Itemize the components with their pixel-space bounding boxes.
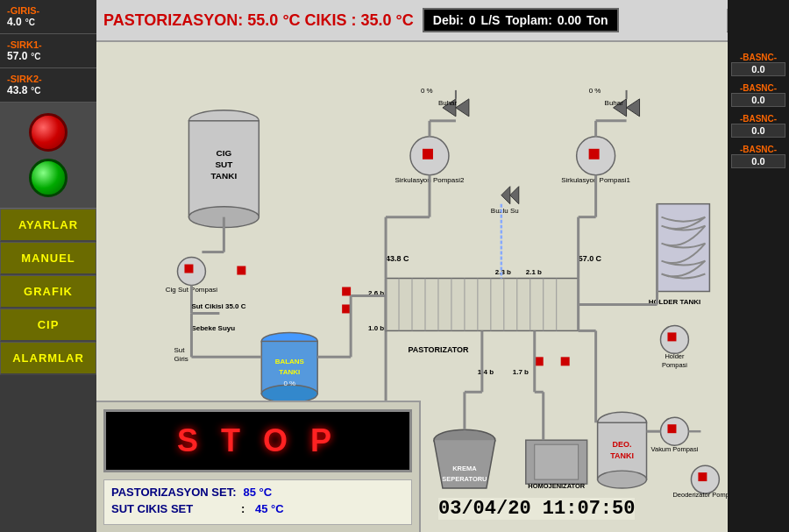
svg-rect-100 <box>698 472 707 481</box>
svg-point-93 <box>598 471 647 488</box>
svg-text:PASTORIZATOR: PASTORIZATOR <box>408 345 469 354</box>
alarmlar-button[interactable]: ALARMLAR <box>0 342 96 375</box>
ayarlar-button[interactable]: AYARLAR <box>0 209 96 242</box>
cip-button[interactable]: CIP <box>0 309 96 342</box>
sut-cikis-set-value: 45 °C <box>255 502 284 515</box>
svg-text:1.7 b: 1.7 b <box>513 368 529 376</box>
control-circles <box>0 103 96 209</box>
main-diagram: CIG SUT TANKI Cig Sut Pompasi Sut Cikisi… <box>96 42 728 532</box>
pastorizasyon-set-row: PASTORIZASYON SET: 85 °C <box>111 486 404 499</box>
svg-text:DEO.: DEO. <box>613 440 632 449</box>
sut-cikis-set-row: SUT CIKIS SET : 45 °C <box>111 502 404 515</box>
right-sidebar: -BASNC- 0.0 -BASNC- 0.0 -BASNC- 0.0 -BAS… <box>728 0 789 532</box>
pastorizasyon-set-value: 85 °C <box>244 486 273 499</box>
sirk2-label: -SIRK2- <box>7 74 89 84</box>
svg-text:Sebeke Suyu: Sebeke Suyu <box>191 324 235 332</box>
sirk1-value: 57.0 °C <box>7 50 89 62</box>
svg-rect-63 <box>589 149 600 160</box>
giris-sensor-panel: -GIRIS- 4.0 °C <box>0 0 96 34</box>
svg-text:0 %: 0 % <box>421 87 433 95</box>
svg-text:Giris: Giris <box>174 355 188 363</box>
basnc-3: -BASNC- 0.0 <box>731 114 785 138</box>
set-values-panel: PASTORIZASYON SET: 85 °C SUT CIKIS SET :… <box>103 479 412 525</box>
svg-text:1.0 b: 1.0 b <box>368 324 384 332</box>
debi-display: Debi: 0 L/S Toplam: 0.00 Ton <box>423 8 619 32</box>
svg-text:0 %: 0 % <box>589 87 601 95</box>
svg-rect-55 <box>423 149 433 160</box>
svg-text:0 %: 0 % <box>283 379 295 387</box>
svg-text:HOMOJENIZATOR: HOMOJENIZATOR <box>528 482 585 490</box>
svg-text:KREMA: KREMA <box>452 465 477 472</box>
manuel-button[interactable]: MANUEL <box>0 242 96 275</box>
sirk1-label: -SIRK1- <box>7 39 89 50</box>
datetime-display: 03/04/20 11:07:50 <box>438 498 635 520</box>
svg-text:SEPERATORU: SEPERATORU <box>442 475 487 483</box>
grafik-button[interactable]: GRAFIK <box>0 275 96 309</box>
svg-rect-112 <box>561 357 570 365</box>
svg-text:Buhar: Buhar <box>605 99 624 107</box>
svg-rect-86 <box>667 332 676 341</box>
svg-text:SUT: SUT <box>215 160 232 169</box>
svg-text:2.3 b: 2.3 b <box>495 268 511 276</box>
bottom-info-panel: S T O P PASTORIZASYON SET: 85 °C SUT CIK… <box>96 401 421 532</box>
stop-display: S T O P <box>103 409 412 472</box>
svg-text:1.4 b: 1.4 b <box>478 368 494 376</box>
svg-rect-97 <box>667 424 676 433</box>
svg-text:TANKI: TANKI <box>211 171 238 181</box>
sirk1-sensor-panel: -SIRK1- 57.0 °C <box>0 34 96 68</box>
basnc-4: -BASNC- 0.0 <box>731 145 785 168</box>
svg-text:2.1 b: 2.1 b <box>526 268 542 276</box>
sut-cikis-colon: : <box>241 502 248 515</box>
sut-cikis-set-label: SUT CIKIS SET <box>111 502 234 515</box>
svg-text:Sut: Sut <box>174 346 185 354</box>
svg-text:Deoderizator Pompasi: Deoderizator Pompasi <box>672 491 728 499</box>
stop-text: S T O P <box>177 422 338 458</box>
header-title: PASTORIZASYON: 55.0 °C CIKIS : 35.0 °C <box>103 11 414 30</box>
svg-text:CIG: CIG <box>217 148 232 158</box>
svg-text:Holder: Holder <box>665 352 685 360</box>
svg-text:Sut Cikisi 35.0 C: Sut Cikisi 35.0 C <box>191 302 245 310</box>
svg-rect-108 <box>237 266 245 275</box>
svg-text:Pompasi: Pompasi <box>662 361 687 369</box>
svg-text:Buzlu Su: Buzlu Su <box>491 207 519 215</box>
svg-rect-31 <box>386 279 579 331</box>
sirk2-value: 43.8 °C <box>7 84 89 96</box>
svg-rect-106 <box>535 444 579 479</box>
pastorizasyon-set-label: PASTORIZASYON SET: <box>111 486 237 499</box>
green-circle-button[interactable] <box>29 159 68 197</box>
sirk2-sensor-panel: -SIRK2- 43.8 °C <box>0 68 96 103</box>
svg-text:43.8 C: 43.8 C <box>386 254 409 263</box>
svg-text:TANKI: TANKI <box>279 368 300 376</box>
svg-rect-11 <box>184 265 193 273</box>
svg-text:57.0 C: 57.0 C <box>579 254 602 263</box>
basnc-1: -BASNC- 0.0 <box>731 53 785 76</box>
left-sidebar: -GIRIS- 4.0 °C -SIRK1- 57.0 °C -SIRK2- 4… <box>0 0 96 532</box>
giris-label: -GIRIS- <box>7 5 89 16</box>
svg-text:BALANS: BALANS <box>275 358 304 365</box>
svg-text:TANKI: TANKI <box>610 451 634 460</box>
svg-text:Vakum Pompasi: Vakum Pompasi <box>651 445 699 453</box>
red-circle-button[interactable] <box>29 113 68 152</box>
header-bar: PASTORIZASYON: 55.0 °C CIKIS : 35.0 °C D… <box>96 0 789 42</box>
svg-rect-110 <box>342 287 351 296</box>
giris-value: 4.0 °C <box>7 16 89 28</box>
svg-text:Buhar: Buhar <box>438 99 458 107</box>
basnc-2: -BASNC- 0.0 <box>731 83 785 107</box>
